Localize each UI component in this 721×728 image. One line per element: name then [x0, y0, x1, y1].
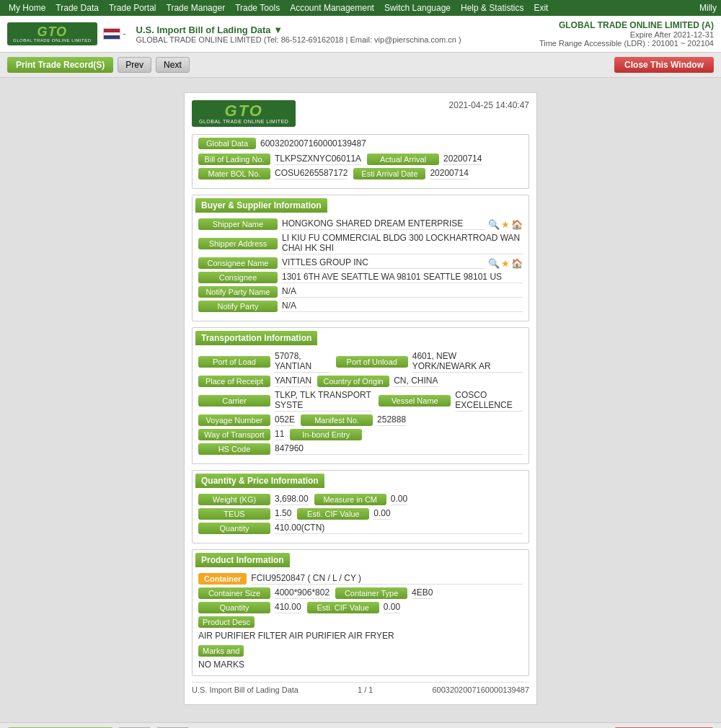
quantity-field: Quantity 410.00(CTN)	[198, 523, 523, 534]
notify-party-label: Notify Party	[198, 301, 278, 312]
consignee-label: Consignee	[198, 272, 278, 283]
search-icon-consignee[interactable]: 🔍	[488, 258, 500, 269]
quantity-value: 410.00(CTN)	[275, 523, 523, 534]
bol-row: Bill of Lading No. TLKPSZXNYC06011A Actu…	[198, 154, 523, 168]
place-receipt-value: YANTIAN	[275, 376, 311, 387]
notify-party-field: Notify Party N/A	[198, 301, 523, 312]
prod-cif-label: Esti. CIF Value	[307, 602, 379, 613]
nav-trade-tools[interactable]: Trade Tools	[231, 1, 284, 14]
weight-value: 3,698.00	[275, 494, 309, 505]
quantity-header: Quantity & Price Information	[195, 474, 324, 488]
vessel-name-field: Vessel Name COSCO EXCELLENCE	[379, 390, 523, 412]
container-badge: Container	[198, 573, 247, 585]
doc-header: GTO GLOBAL TRADE ONLINE LIMITED 2021-04-…	[192, 100, 529, 127]
container-size-field: Container Size 4000*906*802	[198, 587, 329, 599]
carrier-vessel-row: Carrier TLKP, TLK TRANSPORT SYSTE Vessel…	[198, 390, 523, 414]
prev-button-top[interactable]: Prev	[118, 57, 151, 73]
nav-my-home[interactable]: My Home	[4, 1, 50, 14]
notify-party-value: N/A	[282, 301, 523, 312]
header-right: GLOBAL TRADE ONLINE LIMITED (A) Expire A…	[539, 20, 714, 48]
country-origin-value: CN, CHINA	[394, 376, 438, 387]
container-size-type-row: Container Size 4000*906*802 Container Ty…	[198, 587, 523, 602]
star-icon-shipper[interactable]: ★	[501, 219, 510, 230]
nav-switch-language[interactable]: Switch Language	[380, 1, 455, 14]
buyer-supplier-section: Buyer & Supplier Information Shipper Nam…	[192, 195, 529, 321]
weight-label: Weight (KG)	[198, 494, 270, 505]
port-row: Port of Load 57078, YANTIAN Port of Unlo…	[198, 351, 523, 376]
print-button-top[interactable]: Print Trade Record(S)	[7, 57, 113, 73]
nav-exit[interactable]: Exit	[529, 1, 552, 14]
container-value: FCIU9520847 ( CN / L / CY )	[251, 573, 523, 585]
hs-code-label: HS Code	[198, 443, 270, 455]
quantity-body: Weight (KG) 3,698.00 Measure in CM 0.00 …	[193, 491, 528, 543]
port-load-field: Port of Load 57078, YANTIAN	[198, 351, 330, 373]
nav-trade-data[interactable]: Trade Data	[51, 1, 103, 14]
logo-sub-text: GLOBAL TRADE ONLINE LIMITED	[13, 38, 92, 43]
in-bond-label: In-bond Entry	[290, 429, 362, 440]
quantity-label: Quantity	[198, 523, 270, 534]
top-toolbar: Print Trade Record(S) Prev Next Close Th…	[0, 53, 721, 78]
manifest-field: Manifest No. 252888	[301, 414, 406, 426]
teus-field: TEUS 1.50	[198, 508, 291, 520]
product-body: Container FCIU9520847 ( CN / L / CY ) Co…	[193, 570, 528, 675]
prod-cif-field: Esti. CIF Value 0.00	[307, 602, 400, 613]
header-title: U.S. Import Bill of Lading Data ▼ GLOBAL…	[136, 25, 461, 44]
product-header: Product Information	[195, 553, 290, 567]
esti-cif-label: Esti. CIF Value	[297, 508, 369, 520]
main-document: GTO GLOBAL TRADE ONLINE LIMITED 2021-04-…	[184, 92, 537, 705]
voyage-value: 052E	[275, 414, 295, 426]
transportation-section: Transportation Information Port of Load …	[192, 327, 529, 464]
container-type-field: Container Type 4EB0	[335, 587, 433, 599]
star-icon-consignee[interactable]: ★	[501, 258, 510, 269]
shipper-address-field: Shipper Address LI KIU FU COMMERCIAL BLD…	[198, 233, 523, 254]
logo: GTO GLOBAL TRADE ONLINE LIMITED	[7, 22, 97, 45]
title-sub: GLOBAL TRADE ONLINE LIMITED (Tel: 86-512…	[136, 35, 461, 44]
port-unload-field: Port of Unload 4601, NEW YORK/NEWARK AR	[336, 351, 523, 373]
product-desc-value: AIR PURIFIER FILTER AIR PURIFIER AIR FRY…	[198, 631, 523, 641]
search-icon-shipper[interactable]: 🔍	[488, 219, 500, 230]
notify-party-name-value: N/A	[282, 286, 523, 298]
prod-cif-value: 0.00	[384, 602, 400, 613]
next-button-top[interactable]: Next	[156, 57, 190, 73]
actual-arrival-field: Actual Arrival 20200714	[367, 154, 482, 165]
home-icon-shipper[interactable]: 🏠	[511, 219, 523, 230]
prod-qty-field: Quantity 410.00	[198, 602, 301, 613]
nav-account-management[interactable]: Account Management	[286, 1, 379, 14]
actual-arrival-label: Actual Arrival	[367, 154, 439, 165]
esti-arrival-value: 20200714	[430, 168, 468, 179]
time-range: Time Range Accessible (LDR) : 201001 ~ 2…	[539, 39, 714, 48]
bol-no-field: Bill of Lading No. TLKPSZXNYC06011A	[198, 154, 361, 165]
bol-no-label: Bill of Lading No.	[198, 154, 270, 165]
port-unload-label: Port of Unload	[336, 356, 408, 368]
place-receipt-label: Place of Receipt	[198, 376, 270, 387]
container-type-label: Container Type	[335, 587, 407, 599]
doc-logo-sub: GLOBAL TRADE ONLINE LIMITED	[199, 119, 288, 124]
nav-trade-manager[interactable]: Trade Manager	[162, 1, 230, 14]
esti-arrival-label: Esti Arrival Date	[353, 168, 425, 179]
port-load-value: 57078, YANTIAN	[275, 351, 330, 373]
product-desc-label: Product Desc	[198, 616, 255, 628]
logo-area: GTO GLOBAL TRADE ONLINE LIMITED - U.S. I…	[7, 22, 461, 45]
bottom-toolbar: Print Trade Record(S) Prev Next Close Th…	[0, 722, 721, 728]
nav-help-statistics[interactable]: Help & Statistics	[456, 1, 528, 14]
nav-trade-portal[interactable]: Trade Portal	[105, 1, 161, 14]
weight-field: Weight (KG) 3,698.00	[198, 494, 309, 505]
notify-party-name-label: Notify Party Name	[198, 286, 278, 298]
expire-info: Expire After 2021-12-31	[539, 30, 714, 39]
measure-field: Measure in CM 0.00	[314, 494, 407, 505]
master-bol-field: Mater BOL No. COSU6265587172	[198, 168, 348, 179]
container-field: Container FCIU9520847 ( CN / L / CY )	[198, 573, 523, 585]
product-desc-area: Product Desc AIR PURIFIER FILTER AIR PUR…	[198, 616, 523, 641]
teus-cif-row: TEUS 1.50 Esti. CIF Value 0.00	[198, 508, 523, 523]
home-icon-consignee[interactable]: 🏠	[511, 258, 523, 269]
voyage-manifest-row: Voyage Number 052E Manifest No. 252888	[198, 414, 523, 429]
company-name: GLOBAL TRADE ONLINE LIMITED (A)	[539, 20, 714, 30]
master-bol-value: COSU6265587172	[275, 168, 348, 179]
carrier-value: TLKP, TLK TRANSPORT SYSTE	[275, 390, 373, 412]
way-transport-field: Way of Transport 11	[198, 429, 284, 440]
prod-qty-cif-row: Quantity 410.00 Esti. CIF Value 0.00	[198, 602, 523, 616]
voyage-field: Voyage Number 052E	[198, 414, 295, 426]
close-button-top[interactable]: Close This Window	[614, 57, 714, 73]
country-origin-field: Country of Origin CN, CHINA	[317, 376, 438, 387]
hs-code-field: HS Code 847960	[198, 443, 523, 455]
